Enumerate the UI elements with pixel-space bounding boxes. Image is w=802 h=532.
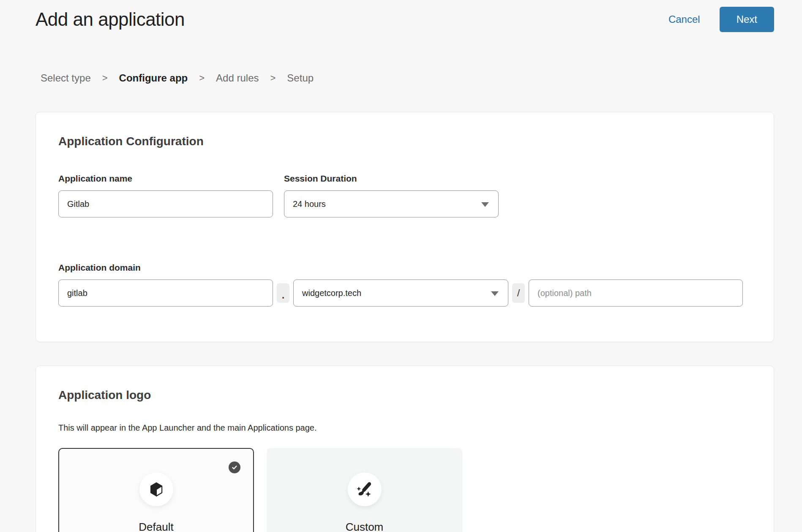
logo-card-description: This will appear in the App Launcher and… xyxy=(58,423,751,433)
application-domain-label: Application domain xyxy=(58,262,751,273)
logo-option-default[interactable]: Default xyxy=(58,448,254,532)
domain-select[interactable]: widgetcorp.tech xyxy=(293,280,508,307)
configuration-card-title: Application Configuration xyxy=(58,134,751,149)
logo-option-label: Default xyxy=(59,521,253,532)
domain-select-value: widgetcorp.tech xyxy=(302,288,361,298)
session-duration-select[interactable]: 24 hours xyxy=(284,190,499,217)
breadcrumb: Select type > Configure app > Add rules … xyxy=(41,72,774,84)
application-domain-row: . widgetcorp.tech / xyxy=(58,280,751,307)
step-separator-icon: > xyxy=(199,72,205,84)
dot-separator: . xyxy=(277,283,289,303)
session-duration-value: 24 hours xyxy=(293,199,326,209)
chevron-down-icon xyxy=(491,291,499,296)
application-name-label: Application name xyxy=(58,173,273,184)
session-duration-field-group: Session Duration 24 hours xyxy=(284,173,499,217)
add-application-page: Add an application Cancel Next Select ty… xyxy=(0,0,802,532)
paintbrush-icon xyxy=(348,472,382,506)
logo-option-custom[interactable]: Custom xyxy=(267,448,462,532)
cancel-button[interactable]: Cancel xyxy=(668,14,700,25)
step-add-rules[interactable]: Add rules xyxy=(216,72,259,84)
application-name-input[interactable] xyxy=(58,190,273,217)
step-select-type[interactable]: Select type xyxy=(41,72,91,84)
step-separator-icon: > xyxy=(102,72,108,84)
chevron-down-icon xyxy=(481,202,489,207)
application-configuration-card: Application Configuration Application na… xyxy=(35,112,774,342)
page-header: Add an application Cancel Next xyxy=(35,0,774,32)
logo-option-label: Custom xyxy=(267,521,461,532)
session-duration-label: Session Duration xyxy=(284,173,499,184)
header-actions: Cancel Next xyxy=(668,7,774,32)
path-input[interactable] xyxy=(529,280,743,307)
logo-options: Default Custom xyxy=(58,448,751,532)
subdomain-input[interactable] xyxy=(58,280,273,307)
application-logo-card: Application logo This will appear in the… xyxy=(35,366,774,532)
step-configure-app[interactable]: Configure app xyxy=(119,72,188,84)
step-setup[interactable]: Setup xyxy=(287,72,314,84)
step-separator-icon: > xyxy=(270,72,276,84)
application-name-field-group: Application name xyxy=(58,173,273,217)
slash-separator: / xyxy=(512,283,525,303)
page-title: Add an application xyxy=(35,9,668,30)
logo-card-title: Application logo xyxy=(58,388,751,402)
next-button[interactable]: Next xyxy=(720,7,774,32)
cube-icon xyxy=(139,472,173,506)
check-badge-icon xyxy=(229,461,240,473)
